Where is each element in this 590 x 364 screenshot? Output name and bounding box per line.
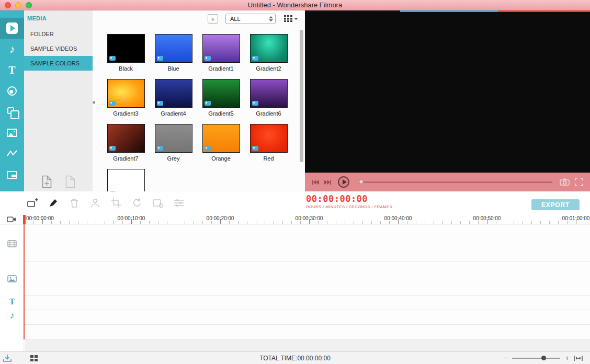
- audio-track-header[interactable]: [0, 311, 24, 320]
- window-controls: [5, 2, 32, 8]
- sidebar-item[interactable]: FOLDER: [24, 27, 93, 41]
- media-sidebar: MEDIA FOLDER SAMPLE VIDEOS SAMPLE COLORS: [24, 10, 93, 191]
- frame-settings-button[interactable]: [152, 198, 164, 208]
- minimize-button[interactable]: [15, 2, 21, 8]
- color-swatch-thumbnail[interactable]: [107, 169, 145, 191]
- playhead-line: [24, 223, 25, 339]
- color-swatch-thumbnail[interactable]: [155, 34, 192, 63]
- sidebar-item[interactable]: SAMPLE VIDEOS: [24, 41, 93, 56]
- sidebar-header: MEDIA: [27, 15, 93, 21]
- play-button[interactable]: [338, 176, 349, 188]
- sidebar-item[interactable]: SAMPLE COLORS: [24, 56, 93, 71]
- media-item-label: Gradient5: [208, 110, 233, 117]
- audio-track[interactable]: [25, 310, 590, 325]
- ruler-timestamp: 00:00:30:00: [296, 215, 323, 221]
- crop-button[interactable]: [110, 198, 122, 208]
- color-swatch-thumbnail[interactable]: [250, 34, 288, 63]
- media-item[interactable]: [102, 169, 150, 191]
- timeline-tracks[interactable]: [25, 224, 590, 351]
- next-frame-button[interactable]: [324, 179, 332, 185]
- media-item[interactable]: Gradient1: [197, 34, 245, 79]
- media-item[interactable]: Gradient6: [245, 79, 292, 124]
- color-swatch-thumbnail[interactable]: [202, 79, 240, 108]
- add-to-timeline-button[interactable]: [26, 198, 39, 208]
- track-header-column: [0, 224, 24, 351]
- record-voiceover-button[interactable]: [47, 198, 60, 208]
- media-scrollbar[interactable]: [300, 30, 303, 162]
- preview-seek-bar[interactable]: [359, 181, 552, 183]
- nav-elements-tab[interactable]: [0, 122, 24, 143]
- collapse-panel-button[interactable]: [93, 96, 98, 108]
- title-track[interactable]: [25, 296, 590, 310]
- nav-effects-tab[interactable]: [0, 101, 24, 122]
- adjust-button[interactable]: [173, 198, 185, 208]
- snapshot-button[interactable]: [560, 178, 570, 186]
- playhead-handle[interactable]: [23, 215, 26, 224]
- timeline: 00:00:00:0000:00:10:0000:00:20:0000:00:3…: [0, 214, 590, 351]
- media-item[interactable]: Gradient7: [102, 124, 150, 169]
- extra-track[interactable]: [25, 325, 590, 339]
- edit-toolbar: 00:00:00:00 HOURS / MINUTES / SECONDS / …: [0, 191, 590, 214]
- overlay-track[interactable]: [25, 262, 590, 296]
- nav-titles-tab[interactable]: [0, 60, 24, 81]
- overlay-track-header[interactable]: [0, 275, 24, 282]
- export-button[interactable]: EXPORT: [531, 199, 580, 210]
- color-swatch-thumbnail[interactable]: [202, 124, 240, 153]
- nav-pip-tab[interactable]: [0, 164, 24, 185]
- close-button[interactable]: [5, 2, 11, 8]
- green-screen-button[interactable]: [89, 198, 101, 208]
- color-swatch-thumbnail[interactable]: [155, 124, 192, 153]
- rotate-button[interactable]: [131, 198, 143, 208]
- image-type-badge-icon: [109, 56, 116, 61]
- media-item[interactable]: Gradient2: [245, 34, 292, 79]
- view-mode-button[interactable]: [284, 15, 298, 22]
- media-item[interactable]: Gradient3: [102, 79, 150, 124]
- nav-media-tab[interactable]: [0, 18, 24, 39]
- media-item[interactable]: Gradient4: [150, 79, 197, 124]
- media-item-label: Gradient7: [113, 155, 138, 162]
- remove-media-button[interactable]: [65, 175, 76, 188]
- media-item[interactable]: Red: [245, 124, 292, 169]
- fit-timeline-button[interactable]: [574, 355, 583, 361]
- seek-handle[interactable]: [359, 179, 364, 184]
- nav-audio-tab[interactable]: [0, 39, 24, 60]
- select-stepper-icon: [269, 16, 273, 21]
- import-media-button[interactable]: [41, 175, 52, 188]
- video-camera-icon: [7, 216, 16, 223]
- chevron-down-icon: [294, 18, 298, 20]
- zoom-button[interactable]: [26, 2, 32, 8]
- color-swatch-thumbnail[interactable]: [250, 79, 288, 108]
- color-swatch-thumbnail[interactable]: [155, 79, 192, 108]
- media-item[interactable]: Blue: [150, 34, 197, 79]
- nav-transitions-tab[interactable]: [0, 81, 24, 101]
- media-item[interactable]: Black: [102, 34, 150, 79]
- fullscreen-button[interactable]: [575, 178, 583, 186]
- color-swatch-thumbnail[interactable]: [107, 124, 145, 153]
- timeline-ruler[interactable]: 00:00:00:0000:00:10:0000:00:20:0000:00:3…: [25, 214, 590, 224]
- media-filter-select[interactable]: ALL: [225, 14, 276, 24]
- color-swatch-thumbnail[interactable]: [107, 34, 145, 63]
- previous-frame-button[interactable]: [312, 179, 320, 185]
- video-track[interactable]: [25, 224, 590, 262]
- zoom-slider[interactable]: [512, 358, 560, 359]
- media-item[interactable]: Gradient5: [197, 79, 245, 124]
- zoom-out-button[interactable]: −: [504, 355, 508, 361]
- timeline-zoom-controls: − +: [504, 352, 583, 364]
- image-type-badge-icon: [205, 56, 211, 61]
- track-manager-button[interactable]: [7, 216, 16, 223]
- zoom-in-button[interactable]: +: [565, 355, 569, 361]
- video-track-header[interactable]: [0, 240, 24, 247]
- delete-button[interactable]: [68, 198, 81, 208]
- title-track-header[interactable]: [0, 297, 24, 306]
- media-item[interactable]: Orange: [197, 124, 245, 169]
- zoom-slider-handle[interactable]: [541, 356, 546, 360]
- add-media-button[interactable]: +: [208, 14, 218, 24]
- image-type-badge-icon: [252, 101, 258, 106]
- file-plus-icon: [41, 175, 52, 188]
- color-swatch-thumbnail[interactable]: [250, 124, 288, 153]
- media-item[interactable]: Grey: [150, 124, 197, 169]
- color-swatch-thumbnail[interactable]: [202, 34, 240, 63]
- nav-split-screen-tab[interactable]: [0, 143, 24, 164]
- ruler-timestamp: 00:00:10:00: [118, 215, 145, 221]
- color-swatch-thumbnail[interactable]: [107, 79, 145, 108]
